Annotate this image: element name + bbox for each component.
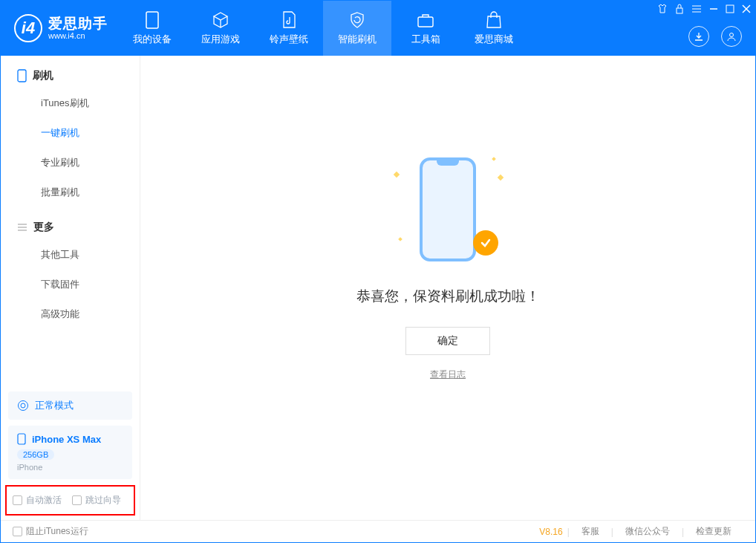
device-type: iPhone [17,463,123,472]
tshirt-icon[interactable] [657,4,668,14]
svg-rect-1 [418,17,433,27]
check-badge-icon [473,230,498,256]
tab-my-device[interactable]: 我的设备 [118,1,186,56]
support-link[interactable]: 客服 [570,525,611,538]
view-log-link[interactable]: 查看日志 [430,368,466,381]
checkbox-block-itunes[interactable]: 阻止iTunes运行 [13,525,88,538]
svg-point-10 [730,33,734,37]
header: i4 爱思助手 www.i4.cn 我的设备 应用游戏 铃声壁纸 智能刷机 工具… [1,1,755,56]
check-update-link[interactable]: 检查更新 [684,525,743,538]
footer: 阻止iTunes运行 V8.16 | 客服 | 微信公众号 | 检查更新 [1,520,755,542]
header-actions [688,26,742,47]
tab-toolbox[interactable]: 工具箱 [391,1,460,56]
device-name: iPhone XS Max [32,434,101,445]
tab-ringtone-wallpaper[interactable]: 铃声壁纸 [255,1,323,56]
window-controls [657,4,751,14]
tab-apps-games[interactable]: 应用游戏 [186,1,255,56]
ok-button[interactable]: 确定 [405,327,490,355]
app-title: 爱思助手 [48,16,108,32]
sidebar-item-pro-flash[interactable]: 专业刷机 [1,148,140,178]
toolbox-icon [417,10,434,30]
device-icon [146,10,159,30]
checkbox-skip-guide[interactable]: 跳过向导 [72,494,121,507]
app-logo: i4 爱思助手 www.i4.cn [1,1,118,56]
lock-icon[interactable] [675,4,684,14]
svg-rect-16 [18,434,25,444]
sidebar-item-download-firmware[interactable]: 下载固件 [1,270,140,299]
tab-store[interactable]: 爱思商城 [460,1,528,56]
tab-smart-flash[interactable]: 智能刷机 [323,1,391,56]
shield-refresh-icon [348,10,366,30]
wechat-link[interactable]: 微信公众号 [613,525,682,538]
svg-rect-7 [726,5,734,13]
version-label: V8.16 [539,527,562,537]
svg-rect-2 [677,8,682,13]
activation-options: 自动激活 跳过向导 [5,485,135,516]
main-content: 恭喜您，保资料刷机成功啦！ 确定 查看日志 [140,56,755,520]
phone-outline-icon [17,69,27,82]
svg-rect-11 [18,70,26,82]
device-mode-box[interactable]: 正常模式 [8,391,132,420]
sidebar-item-advanced[interactable]: 高级功能 [1,299,140,329]
main-tabs: 我的设备 应用游戏 铃声壁纸 智能刷机 工具箱 爱思商城 [118,1,528,56]
cube-icon [212,10,229,30]
checkbox-auto-activate[interactable]: 自动激活 [13,494,62,507]
svg-point-15 [19,401,28,411]
close-icon[interactable] [742,4,751,13]
success-illustration [403,150,492,269]
logo-icon: i4 [14,14,42,42]
success-message: 恭喜您，保资料刷机成功啦！ [356,287,540,306]
download-button[interactable] [688,26,709,47]
device-info-box[interactable]: iPhone XS Max 256GB iPhone [8,426,132,479]
sidebar-item-oneclick-flash[interactable]: 一键刷机 [1,118,140,148]
sidebar: 刷机 iTunes刷机 一键刷机 专业刷机 批量刷机 更多 其他工具 下载固件 … [1,56,140,520]
app-subtitle: www.i4.cn [48,31,108,40]
minimize-icon[interactable] [709,4,718,13]
sidebar-item-batch-flash[interactable]: 批量刷机 [1,178,140,207]
user-button[interactable] [721,26,742,47]
device-capacity: 256GB [17,449,54,460]
sidebar-item-itunes-flash[interactable]: iTunes刷机 [1,88,140,118]
list-icon [17,223,27,232]
sidebar-section-flash: 刷机 [1,69,140,88]
phone-small-icon [17,433,26,445]
device-mode: 正常模式 [35,399,74,412]
svg-rect-0 [146,12,158,28]
maximize-icon[interactable] [726,4,734,13]
menu-icon[interactable] [691,4,702,13]
music-file-icon [281,10,296,30]
sidebar-section-more: 更多 [1,221,140,240]
sync-icon [17,400,29,412]
bag-icon [486,10,502,30]
sidebar-item-other-tools[interactable]: 其他工具 [1,240,140,270]
